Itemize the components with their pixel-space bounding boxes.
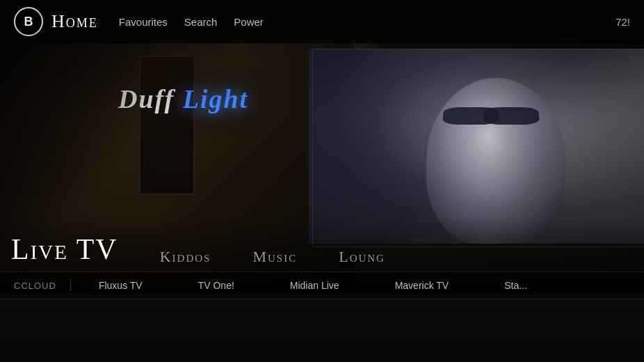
- provider-label: cCloud: [0, 281, 71, 291]
- categories-bar: Live TV Kiddos Music Loung: [0, 227, 644, 272]
- channel-fluxus-tv[interactable]: Fluxus TV: [71, 280, 170, 291]
- header: B Home Favourites Search Power 72!: [0, 0, 644, 43]
- nav-search[interactable]: Search: [184, 16, 218, 28]
- header-status: 72!: [615, 16, 630, 28]
- channel-midian-live[interactable]: Midian Live: [262, 280, 367, 291]
- nav-power[interactable]: Power: [234, 16, 264, 28]
- channel-sta[interactable]: Sta...: [476, 280, 555, 291]
- category-live-tv[interactable]: Live TV: [0, 227, 139, 272]
- channel-maverick-tv[interactable]: Maverick TV: [367, 280, 477, 291]
- logo-circle: B: [14, 7, 43, 36]
- logo-letter: B: [24, 15, 33, 29]
- page-title: Home: [51, 11, 98, 32]
- nav-favourites[interactable]: Favourites: [119, 16, 168, 28]
- channel-tv-one[interactable]: TV One!: [170, 280, 262, 291]
- nav-bar: Favourites Search Power: [119, 16, 264, 28]
- bottom-area: [0, 299, 644, 362]
- category-music[interactable]: Music: [232, 242, 318, 272]
- category-kiddos[interactable]: Kiddos: [139, 242, 232, 272]
- channels-bar: cCloud Fluxus TV TV One! Midian Live Mav…: [0, 272, 644, 299]
- category-lounge[interactable]: Loung: [318, 242, 406, 272]
